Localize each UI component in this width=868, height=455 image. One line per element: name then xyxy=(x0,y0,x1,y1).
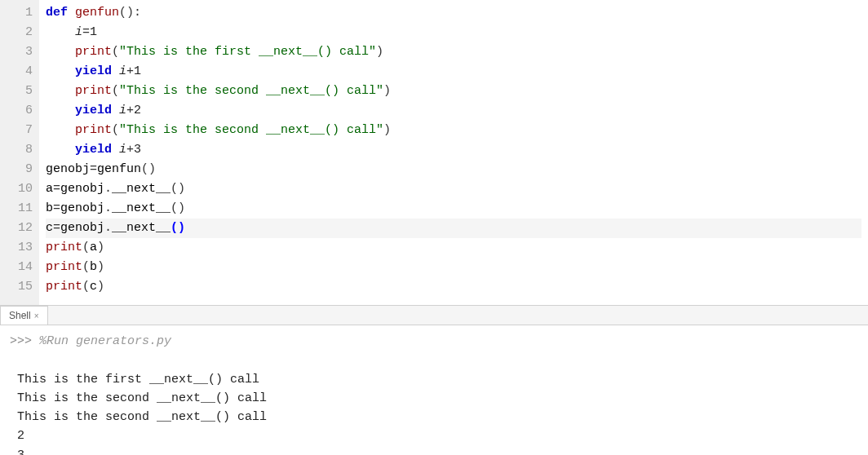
code-token: ( xyxy=(82,241,90,254)
shell-tabs-bar: Shell × xyxy=(0,306,868,325)
tab-shell[interactable]: Shell × xyxy=(0,306,48,325)
code-line[interactable]: c=genobj.__next__() xyxy=(46,219,861,238)
line-number: 6 xyxy=(7,101,33,121)
code-token xyxy=(112,143,119,157)
code-token: ) xyxy=(97,280,104,294)
code-token: = xyxy=(82,25,90,39)
code-token: (): xyxy=(119,6,141,20)
code-token: genobj xyxy=(60,221,104,235)
code-token: yield xyxy=(75,64,112,78)
line-number: 14 xyxy=(7,258,33,277)
code-token: genfun xyxy=(75,6,119,20)
code-token: + xyxy=(126,104,134,117)
code-token xyxy=(46,45,75,59)
shell-pane[interactable]: >>> %Run generators.py This is the first… xyxy=(0,325,868,455)
code-token: ( xyxy=(82,280,90,294)
code-token: () xyxy=(141,162,156,176)
code-line[interactable]: print(b) xyxy=(46,258,861,277)
code-token xyxy=(46,84,75,98)
shell-output-line: This is the second __next__() call xyxy=(10,389,858,408)
code-line[interactable]: genobj=genfun() xyxy=(46,160,861,179)
code-token: b xyxy=(46,201,53,215)
code-token: c xyxy=(90,280,97,294)
code-token: i xyxy=(119,64,126,78)
shell-output-line: 3 xyxy=(10,446,858,456)
code-token: ( xyxy=(112,123,119,137)
code-token: = xyxy=(53,182,60,196)
code-token: ) xyxy=(97,260,104,274)
code-area[interactable]: 123456789101112131415 def genfun(): i=1 … xyxy=(0,0,868,305)
code-line[interactable]: print("This is the second __next__() cal… xyxy=(46,82,861,101)
code-token: ( xyxy=(112,45,119,59)
shell-blank-line xyxy=(10,351,858,369)
line-number: 11 xyxy=(7,199,33,219)
code-line[interactable]: a=genobj.__next__() xyxy=(46,179,861,199)
code-token: () xyxy=(170,221,185,235)
line-number: 15 xyxy=(7,277,33,297)
code-line[interactable]: print(c) xyxy=(46,277,861,297)
code-token xyxy=(112,64,119,78)
shell-output-line: 2 xyxy=(10,426,858,445)
shell-prompt-line[interactable]: >>> %Run generators.py xyxy=(10,332,858,351)
shell-prompt: >>> xyxy=(10,334,39,348)
code-token: + xyxy=(126,64,134,78)
code-token xyxy=(46,143,75,157)
code-token: genobj xyxy=(60,182,104,196)
line-number: 1 xyxy=(7,3,33,23)
line-number: 9 xyxy=(7,160,33,179)
code-token: ) xyxy=(376,45,383,59)
line-number-gutter: 123456789101112131415 xyxy=(0,0,39,305)
code-line[interactable]: print("This is the second __next__() cal… xyxy=(46,121,861,140)
code-token: . xyxy=(104,182,112,196)
code-token: i xyxy=(119,104,126,117)
line-number: 12 xyxy=(7,219,33,238)
line-number: 2 xyxy=(7,23,33,42)
code-token: i xyxy=(119,143,126,157)
line-number: 7 xyxy=(7,121,33,140)
code-token: def xyxy=(46,6,75,20)
code-token: + xyxy=(126,143,134,157)
code-line[interactable]: i=1 xyxy=(46,23,861,42)
code-line[interactable]: yield i+2 xyxy=(46,101,861,121)
code-line[interactable]: print("This is the first __next__() call… xyxy=(46,42,861,62)
code-token: ) xyxy=(383,123,391,137)
code-token: print xyxy=(75,45,112,59)
code-token: () xyxy=(170,201,185,215)
code-content[interactable]: def genfun(): i=1 print("This is the fir… xyxy=(39,0,868,305)
code-token: "This is the first __next__() call" xyxy=(119,45,376,59)
line-number: 10 xyxy=(7,179,33,199)
code-token: c xyxy=(46,221,53,235)
code-line[interactable]: print(a) xyxy=(46,238,861,258)
code-token: 2 xyxy=(134,104,141,117)
code-token: . xyxy=(104,201,112,215)
code-line[interactable]: yield i+1 xyxy=(46,62,861,82)
editor-pane: 123456789101112131415 def genfun(): i=1 … xyxy=(0,0,868,306)
code-token: genobj xyxy=(46,162,90,176)
code-token: print xyxy=(75,123,112,137)
code-token: yield xyxy=(75,104,112,117)
code-token: print xyxy=(46,260,82,274)
code-line[interactable]: yield i+3 xyxy=(46,140,861,160)
code-token: genobj xyxy=(60,201,104,215)
code-token: "This is the second __next__() call" xyxy=(119,123,383,137)
code-token: genfun xyxy=(97,162,141,176)
code-token xyxy=(46,25,75,39)
code-token: = xyxy=(90,162,97,176)
shell-output[interactable]: >>> %Run generators.py This is the first… xyxy=(0,325,868,455)
code-token: = xyxy=(53,201,60,215)
close-icon[interactable]: × xyxy=(34,311,39,320)
code-token: print xyxy=(46,241,82,254)
code-token: __next__ xyxy=(112,182,170,196)
code-line[interactable]: b=genobj.__next__() xyxy=(46,199,861,219)
line-number: 8 xyxy=(7,140,33,160)
code-token: () xyxy=(170,182,185,196)
code-line[interactable]: def genfun(): xyxy=(46,3,861,23)
code-token: a xyxy=(90,241,97,254)
shell-magic-cmd: %Run generators.py xyxy=(39,334,171,348)
code-token: __next__ xyxy=(112,201,170,215)
code-token: "This is the second __next__() call" xyxy=(119,84,383,98)
line-number: 3 xyxy=(7,42,33,62)
shell-output-line: This is the first __next__() call xyxy=(10,370,858,389)
line-number: 5 xyxy=(7,82,33,101)
code-token: ) xyxy=(383,84,391,98)
